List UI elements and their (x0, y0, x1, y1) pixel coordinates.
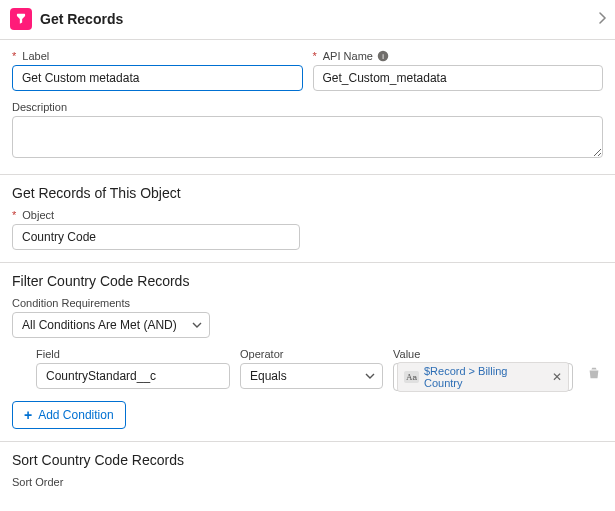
section-object: Get Records of This Object Object (0, 174, 615, 262)
description-label: Description (12, 101, 603, 113)
plus-icon: + (24, 407, 32, 423)
operator-select[interactable]: Equals (240, 363, 383, 389)
field-input[interactable] (36, 363, 230, 389)
section-sort-title: Sort Country Code Records (12, 452, 603, 468)
sort-order-label: Sort Order (12, 476, 603, 488)
panel-header: Get Records (0, 0, 615, 40)
operator-label: Operator (240, 348, 383, 360)
delete-condition-icon[interactable] (587, 366, 601, 384)
add-condition-button[interactable]: + Add Condition (12, 401, 126, 429)
text-type-icon: Aa (404, 371, 419, 383)
info-icon[interactable]: i (377, 50, 389, 62)
section-filter-title: Filter Country Code Records (12, 273, 603, 289)
value-input[interactable]: Aa $Record > Billing Country ✕ (393, 363, 573, 391)
section-basics: Label API Name i Description (0, 40, 615, 174)
field-label: Field (36, 348, 230, 360)
value-chip[interactable]: Aa $Record > Billing Country ✕ (397, 362, 569, 392)
label-input[interactable] (12, 65, 303, 91)
section-sort: Sort Country Code Records Sort Order (0, 441, 615, 488)
chevron-right-icon[interactable] (599, 11, 607, 27)
object-label: Object (12, 209, 603, 221)
section-filter: Filter Country Code Records Condition Re… (0, 262, 615, 441)
get-records-icon (10, 8, 32, 30)
description-input[interactable] (12, 116, 603, 158)
object-input[interactable] (12, 224, 300, 250)
condition-requirements-select[interactable]: All Conditions Are Met (AND) (12, 312, 210, 338)
api-name-input[interactable] (313, 65, 604, 91)
panel-title: Get Records (40, 11, 599, 27)
section-object-title: Get Records of This Object (12, 185, 603, 201)
api-name-label: API Name i (313, 50, 604, 62)
value-label: Value (393, 348, 573, 360)
condition-requirements-label: Condition Requirements (12, 297, 603, 309)
label-label: Label (12, 50, 303, 62)
filter-condition-row: Field Operator Equals Value Aa $Record >… (12, 348, 603, 391)
remove-chip-icon[interactable]: ✕ (552, 371, 562, 383)
